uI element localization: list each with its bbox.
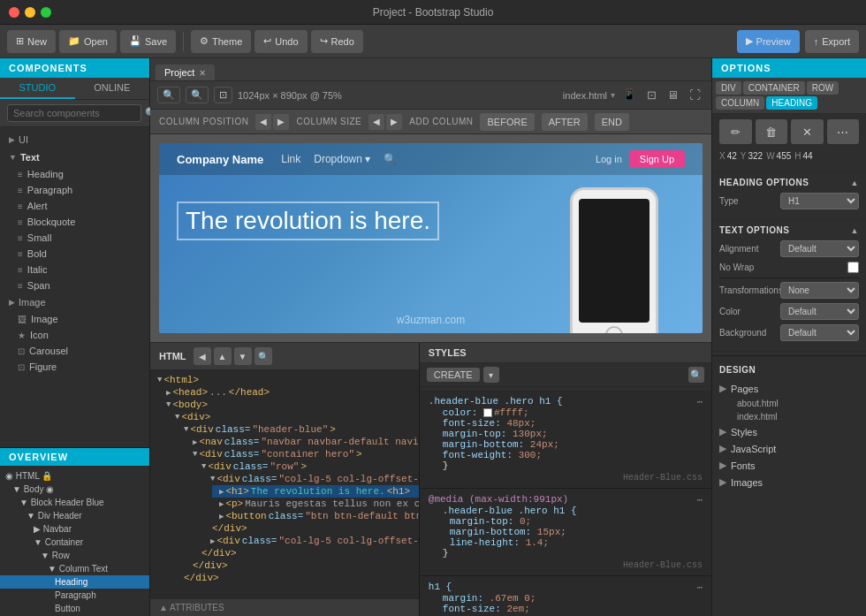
html-line[interactable]: ▶ <head>...</head> [159, 386, 419, 399]
comp-small[interactable]: ≡ Small [0, 230, 149, 246]
design-pages-item[interactable]: ▶ Pages [719, 380, 859, 397]
html-line[interactable]: </div> [203, 522, 419, 535]
html-line[interactable]: ▼ <div class="container hero"> [186, 448, 419, 460]
html-line[interactable]: ▶ <button class="btn btn-default btn-lg … [212, 510, 419, 522]
opt-tab-div[interactable]: DIV [716, 81, 741, 95]
zoom-out-button[interactable]: 🔍 [157, 87, 180, 103]
comp-heading[interactable]: ≡ Heading [0, 166, 149, 182]
col-before-btn[interactable]: BEFORE [480, 113, 534, 131]
design-styles-item[interactable]: ▶ Styles [719, 423, 859, 440]
open-button[interactable]: 📁 Open [59, 30, 117, 53]
html-line[interactable]: ▼ <body> [159, 399, 419, 411]
color-select[interactable]: Default [780, 303, 859, 320]
mobile-viewport-btn[interactable]: 📱 [619, 87, 640, 103]
comp-blockquote[interactable]: ≡ Blockquote [0, 214, 149, 230]
html-line[interactable]: ▼ <div> [168, 411, 419, 423]
bg-select[interactable]: Default [780, 324, 859, 341]
styles-arrow-down[interactable]: ▾ [483, 367, 499, 383]
html-line[interactable]: ▼ <div class="header-blue"> [177, 423, 419, 436]
image-section-header[interactable]: ▶ Image [0, 293, 149, 311]
project-tab[interactable]: Project ✕ [156, 65, 215, 80]
html-line[interactable]: ▶ <p>Mauris egestas tellus non ex condim… [212, 498, 419, 510]
tree-paragraph[interactable]: Paragraph [0, 589, 149, 602]
col-end-btn[interactable]: END [595, 113, 629, 131]
css-menu-icon-3[interactable]: ⋯ [696, 582, 703, 593]
html-nav-left[interactable]: ◀ [194, 347, 211, 365]
html-heading-line[interactable]: ▶ <h1>The revolution is here.<h1> [212, 485, 419, 498]
html-line[interactable]: ▶ <nav class="navbar navbar-default navi… [186, 436, 419, 448]
tree-div-header[interactable]: ▼ Div Header [0, 509, 149, 522]
opt-tab-row[interactable]: ROW [807, 81, 839, 95]
opt-tab-column[interactable]: COLUMN [716, 96, 764, 110]
design-fonts-item[interactable]: ▶ Fonts [719, 457, 859, 474]
redo-button[interactable]: ↪ Redo [311, 30, 363, 53]
nowrap-checkbox[interactable] [847, 262, 859, 273]
tab-studio[interactable]: STUDIO [0, 78, 75, 99]
html-search-btn[interactable]: 🔍 [254, 347, 272, 365]
heading-close-btn[interactable]: ✕ [791, 119, 824, 144]
ui-section-header[interactable]: ▶ UI [0, 131, 149, 148]
heading-edit-btn[interactable]: ✏ [719, 119, 752, 144]
comp-alert[interactable]: ≡ Alert [0, 198, 149, 214]
comp-italic[interactable]: ≡ Italic [0, 262, 149, 278]
comp-bold[interactable]: ≡ Bold [0, 246, 149, 262]
close-btn[interactable] [9, 7, 19, 18]
comp-span[interactable]: ≡ Span [0, 278, 149, 293]
tablet-viewport-btn[interactable]: ⊡ [643, 87, 660, 103]
tree-column-text[interactable]: ▼ Column Text [0, 562, 149, 575]
save-button[interactable]: 💾 Save [120, 30, 176, 53]
comp-paragraph[interactable]: ≡ Paragraph [0, 182, 149, 198]
tree-heading[interactable]: Heading [0, 575, 149, 589]
zoom-fit-button[interactable]: ⊡ [214, 87, 232, 103]
undo-button[interactable]: ↩ Undo [254, 30, 307, 53]
html-line[interactable]: ▼ <html> [150, 374, 419, 386]
col-size-inc-btn[interactable]: ▶ [386, 114, 402, 130]
html-nav-down[interactable]: ▼ [234, 347, 252, 365]
comp-figure[interactable]: ⊡ Figure [0, 359, 149, 375]
opt-tab-container[interactable]: CONTAINER [743, 81, 805, 95]
html-line[interactable]: ▶ <div class="col-lg-5 col-lg-offset-0 c… [203, 535, 419, 547]
html-line[interactable]: ▼ <div class="col-lg-5 col-lg-offset-1 c… [203, 473, 419, 485]
fullscreen-viewport-btn[interactable]: ⛶ [686, 87, 704, 103]
tab-online[interactable]: ONLINE [75, 78, 150, 99]
export-button[interactable]: ↑ Export [805, 30, 859, 53]
transform-select[interactable]: None Uppercase Lowercase [780, 282, 859, 299]
minimize-btn[interactable] [25, 7, 35, 18]
css-menu-icon-2[interactable]: ⋯ [696, 494, 703, 506]
maximize-btn[interactable] [41, 7, 51, 18]
styles-search-btn[interactable]: 🔍 [688, 367, 704, 383]
html-nav-up[interactable]: ▲ [214, 347, 232, 365]
zoom-in-button[interactable]: 🔍 [186, 87, 209, 103]
design-images-item[interactable]: ▶ Images [719, 474, 859, 491]
heading-more-btn[interactable]: ⋯ [827, 119, 860, 144]
tree-body[interactable]: ▼ Body ◉ [0, 483, 149, 496]
tree-button[interactable]: Button [0, 602, 149, 615]
styles-create-btn[interactable]: CREATE [427, 368, 480, 382]
theme-button[interactable]: ⚙ Theme [191, 30, 251, 53]
tab-close-icon[interactable]: ✕ [199, 68, 206, 78]
alignment-select[interactable]: Default Left Center Right [780, 240, 859, 257]
comp-carousel[interactable]: ⊡ Carousel [0, 343, 149, 359]
new-button[interactable]: ⊞ New [7, 30, 56, 53]
html-line[interactable]: </div> [186, 559, 419, 572]
preview-button[interactable]: ▶ Preview [737, 30, 800, 53]
tree-container[interactable]: ▼ Container [0, 536, 149, 549]
col-size-dec-btn[interactable]: ◀ [368, 114, 384, 130]
design-javascript-item[interactable]: ▶ JavaScript [719, 440, 859, 457]
opt-tab-heading[interactable]: HEADING [766, 96, 817, 110]
design-index-file[interactable]: index.html [719, 410, 859, 423]
css-menu-icon[interactable]: ⋯ [696, 396, 703, 407]
comp-icon[interactable]: ★ Icon [0, 327, 149, 343]
search-input[interactable] [7, 104, 141, 122]
text-section-header[interactable]: ▼ Text [0, 148, 149, 166]
desktop-viewport-btn[interactable]: 🖥 [664, 87, 682, 103]
tree-block-header-blue[interactable]: ▼ Block Header Blue [0, 496, 149, 509]
col-pos-right-btn[interactable]: ▶ [273, 114, 289, 130]
design-about-file[interactable]: about.html [719, 397, 859, 410]
col-after-btn[interactable]: AFTER [542, 113, 588, 131]
tree-row[interactable]: ▼ Row [0, 549, 149, 562]
tree-navbar[interactable]: ▶ Navbar [0, 522, 149, 536]
heading-type-select[interactable]: H1 H2 H3 H4 H5 H6 [780, 193, 859, 209]
html-line[interactable]: </div> [194, 547, 419, 559]
tree-html[interactable]: ◉ HTML 🔒 [0, 469, 149, 483]
